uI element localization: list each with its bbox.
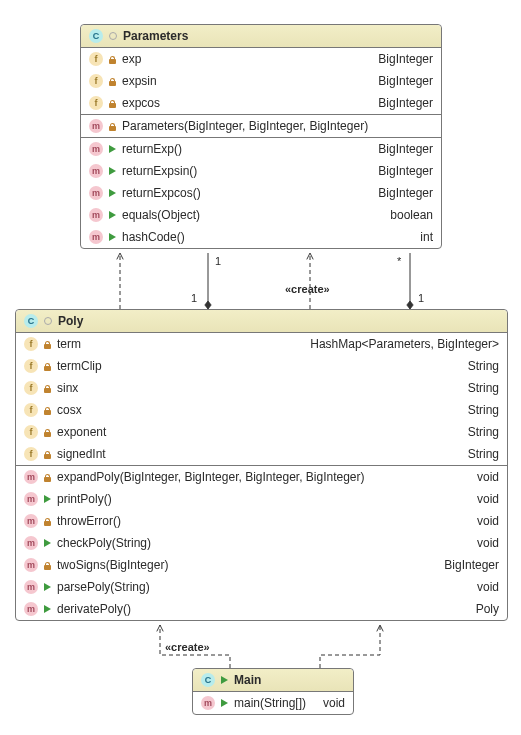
private-icon <box>44 474 51 481</box>
field-row: f term HashMap<Parameters, BigInteger> <box>16 333 507 355</box>
method-icon: m <box>24 470 38 484</box>
field-row: f signedInt String <box>16 443 507 465</box>
field-name: signedInt <box>57 447 106 461</box>
field-row: f sinx String <box>16 377 507 399</box>
run-icon <box>221 676 228 684</box>
field-type: BigInteger <box>166 96 433 110</box>
method-icon: m <box>89 186 103 200</box>
class-icon: C <box>201 673 215 687</box>
field-name: sinx <box>57 381 78 395</box>
field-type: String <box>108 359 499 373</box>
field-row: f expsin BigInteger <box>81 70 441 92</box>
method-row: m returnExp() BigInteger <box>81 138 441 160</box>
method-icon: m <box>24 492 38 506</box>
public-icon <box>44 605 51 613</box>
field-name: term <box>57 337 81 351</box>
private-icon <box>44 385 51 392</box>
field-type: BigInteger <box>147 52 433 66</box>
field-type: String <box>112 425 499 439</box>
public-icon <box>221 699 228 707</box>
method-icon: m <box>24 558 38 572</box>
method-row: m printPoly() void <box>16 488 507 510</box>
mult-label: 1 <box>191 292 197 304</box>
method-sig: returnExpcos() <box>122 186 201 200</box>
field-name: exp <box>122 52 141 66</box>
field-name: expcos <box>122 96 160 110</box>
method-sig: printPoly() <box>57 492 112 506</box>
field-row: f expcos BigInteger <box>81 92 441 114</box>
field-icon: f <box>89 96 103 110</box>
field-row: f exp BigInteger <box>81 48 441 70</box>
private-icon <box>109 100 116 107</box>
method-ret: BigInteger <box>207 186 433 200</box>
mult-label: 1 <box>215 255 221 267</box>
field-icon: f <box>24 337 38 351</box>
public-icon <box>109 167 116 175</box>
method-ret: boolean <box>206 208 433 222</box>
private-icon <box>44 451 51 458</box>
method-ret: BigInteger <box>188 142 433 156</box>
public-icon <box>44 539 51 547</box>
field-icon: f <box>24 447 38 461</box>
public-icon <box>109 211 116 219</box>
method-icon: m <box>24 602 38 616</box>
method-row: m parsePoly(String) void <box>16 576 507 598</box>
class-icon: C <box>89 29 103 43</box>
field-icon: f <box>89 74 103 88</box>
field-icon: f <box>24 425 38 439</box>
method-icon: m <box>89 208 103 222</box>
method-icon: m <box>24 514 38 528</box>
method-sig: parsePoly(String) <box>57 580 150 594</box>
method-sig: hashCode() <box>122 230 185 244</box>
method-icon: m <box>24 536 38 550</box>
dep-create-main-poly <box>160 625 230 668</box>
public-icon <box>109 233 116 241</box>
method-ret: void <box>312 696 345 710</box>
method-ret: void <box>157 536 499 550</box>
private-icon <box>109 78 116 85</box>
method-ret: void <box>156 580 499 594</box>
create-label: «create» <box>285 283 330 295</box>
field-icon: f <box>24 403 38 417</box>
field-name: cosx <box>57 403 82 417</box>
method-icon: m <box>89 142 103 156</box>
method-icon: m <box>89 119 103 133</box>
field-type: String <box>88 403 499 417</box>
private-icon <box>109 56 116 63</box>
fields-section: f exp BigInteger f expsin BigInteger f e… <box>81 48 441 115</box>
method-ret: int <box>191 230 433 244</box>
method-sig: main(String[]) <box>234 696 306 710</box>
method-ret: Poly <box>137 602 499 616</box>
private-icon <box>44 562 51 569</box>
private-icon <box>109 123 116 130</box>
field-type: HashMap<Parameters, BigInteger> <box>87 337 499 351</box>
method-sig: twoSigns(BigInteger) <box>57 558 168 572</box>
method-row: m returnExpcos() BigInteger <box>81 182 441 204</box>
class-header: C Parameters <box>81 25 441 48</box>
public-icon <box>44 495 51 503</box>
class-icon: C <box>24 314 38 328</box>
public-icon <box>109 145 116 153</box>
public-icon <box>44 583 51 591</box>
method-sig: equals(Object) <box>122 208 200 222</box>
method-sig: expandPoly(BigInteger, BigInteger, BigIn… <box>57 470 365 484</box>
field-name: termClip <box>57 359 102 373</box>
mult-label: * <box>397 255 402 267</box>
class-header: C Poly <box>16 310 507 333</box>
field-row: f cosx String <box>16 399 507 421</box>
dep-main-poly <box>320 625 380 668</box>
method-ret: void <box>371 470 499 484</box>
method-icon: m <box>89 164 103 178</box>
method-row: m main(String[]) void <box>193 692 353 714</box>
class-poly: C Poly f term HashMap<Parameters, BigInt… <box>15 309 508 621</box>
field-type: BigInteger <box>163 74 433 88</box>
method-sig: returnExp() <box>122 142 182 156</box>
class-name: Poly <box>58 314 83 328</box>
method-ret: void <box>118 492 499 506</box>
method-icon: m <box>24 580 38 594</box>
class-name: Main <box>234 673 261 687</box>
method-sig: throwError() <box>57 514 121 528</box>
class-name: Parameters <box>123 29 188 43</box>
field-row: f exponent String <box>16 421 507 443</box>
field-type: String <box>112 447 499 461</box>
